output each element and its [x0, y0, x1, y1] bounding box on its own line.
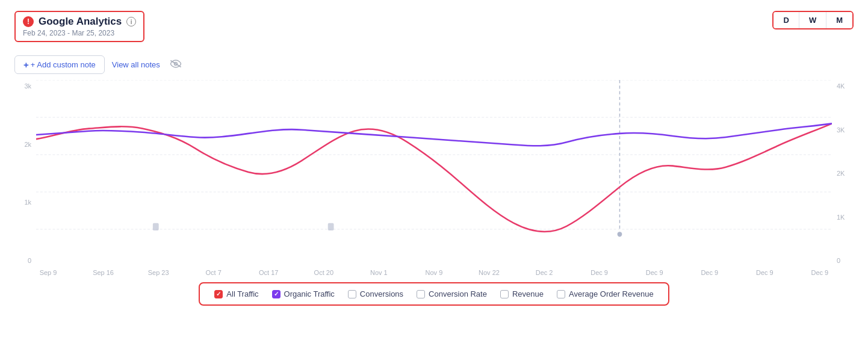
svg-point-9: [617, 231, 623, 237]
x-label-nov9: Nov 9: [422, 269, 446, 276]
legend-checkbox-conversion-rate[interactable]: [417, 290, 425, 298]
y-label-right-2k: 2K: [837, 170, 854, 177]
dashboard-container: ! Google Analytics i Feb 24, 2023 - Mar …: [0, 0, 868, 349]
period-month-button[interactable]: M: [826, 12, 852, 28]
view-notes-label: View all notes: [112, 60, 160, 69]
x-label-oct7: Oct 7: [202, 269, 226, 276]
x-label-sep16: Sep 16: [91, 269, 116, 276]
x-label-dec9-2: Dec 9: [642, 269, 666, 276]
y-label-right-0: 0: [837, 257, 854, 264]
x-label-nov1: Nov 1: [367, 269, 391, 276]
x-axis: Sep 9 Sep 16 Sep 23 Oct 7 Oct 17 Oct 20 …: [14, 267, 854, 276]
y-label-2k: 2k: [14, 141, 31, 148]
toolbar: + + Add custom note View all notes: [14, 55, 854, 74]
plus-icon: +: [23, 60, 29, 70]
y-label-3k: 3k: [14, 82, 31, 90]
checkmark-all-traffic: ✓: [216, 291, 221, 297]
y-axis-right: 0 1K 2K 3K 4K: [837, 80, 854, 267]
header-title: ! Google Analytics i: [23, 16, 136, 28]
info-icon[interactable]: i: [126, 17, 136, 26]
period-week-button[interactable]: W: [799, 12, 826, 28]
legend-label-conversions: Conversions: [360, 289, 403, 298]
chart-inner: [36, 80, 832, 267]
x-label-dec2: Dec 2: [532, 269, 556, 276]
x-label-dec9-3: Dec 9: [698, 269, 722, 276]
add-note-button[interactable]: + + Add custom note: [14, 55, 105, 74]
date-range: Feb 24, 2023 - Mar 25, 2023: [23, 29, 136, 37]
legend-label-avg-order-revenue: Average Order Revenue: [569, 289, 654, 298]
legend-checkbox-all-traffic[interactable]: ✓: [214, 290, 223, 298]
period-day-button[interactable]: D: [773, 12, 799, 28]
period-button-group: D W M: [772, 11, 854, 29]
legend-checkbox-avg-order-revenue[interactable]: [557, 290, 565, 298]
organic-traffic-line: [36, 123, 832, 146]
header-box: ! Google Analytics i Feb 24, 2023 - Mar …: [14, 11, 144, 42]
legend-checkbox-organic-traffic[interactable]: ✓: [272, 290, 281, 298]
y-axis-left: 0 1k 2k 3k: [14, 80, 31, 267]
chart-area: 0 1k 2k 3k 0 1K 2K 3K 4K: [14, 80, 854, 267]
legend-label-all-traffic: All Traffic: [226, 289, 258, 298]
legend-checkbox-conversions[interactable]: [348, 290, 356, 298]
legend-label-organic-traffic: Organic Traffic: [284, 289, 335, 298]
add-note-label: + Add custom note: [31, 60, 96, 69]
legend-label-revenue: Revenue: [512, 289, 544, 298]
legend-label-conversion-rate: Conversion Rate: [429, 289, 487, 298]
legend-item-revenue[interactable]: Revenue: [500, 289, 544, 298]
x-label-oct17: Oct 17: [256, 269, 281, 276]
x-label-dec9-4: Dec 9: [752, 269, 777, 276]
svg-rect-7: [328, 223, 334, 230]
x-label-sep23: Sep 23: [146, 269, 170, 276]
alert-icon: !: [23, 16, 34, 27]
legend-item-conversion-rate[interactable]: Conversion Rate: [417, 289, 487, 298]
app-title: Google Analytics: [39, 16, 122, 28]
svg-rect-6: [153, 223, 159, 230]
x-label-nov22: Nov 22: [477, 269, 501, 276]
chart-svg: [36, 80, 832, 267]
x-label-dec9-1: Dec 9: [587, 269, 612, 276]
legend: ✓ All Traffic ✓ Organic Traffic Conversi…: [199, 282, 669, 306]
x-label-oct20: Oct 20: [312, 269, 336, 276]
legend-item-organic-traffic[interactable]: ✓ Organic Traffic: [272, 289, 335, 298]
legend-item-conversions[interactable]: Conversions: [348, 289, 403, 298]
y-label-right-1k: 1K: [837, 214, 854, 221]
view-notes-button[interactable]: View all notes: [111, 57, 161, 73]
legend-item-avg-order-revenue[interactable]: Average Order Revenue: [557, 289, 654, 298]
y-label-0: 0: [14, 257, 31, 264]
legend-item-all-traffic[interactable]: ✓ All Traffic: [214, 289, 258, 298]
legend-checkbox-revenue[interactable]: [500, 290, 509, 298]
x-label-sep9: Sep 9: [36, 269, 60, 276]
x-label-dec9-5: Dec 9: [808, 269, 832, 276]
y-label-1k: 1k: [14, 199, 31, 206]
y-label-right-3k: 3K: [837, 126, 854, 134]
checkmark-organic-traffic: ✓: [274, 291, 279, 297]
y-label-right-4k: 4K: [837, 82, 854, 90]
eye-slash-icon[interactable]: [167, 57, 184, 73]
